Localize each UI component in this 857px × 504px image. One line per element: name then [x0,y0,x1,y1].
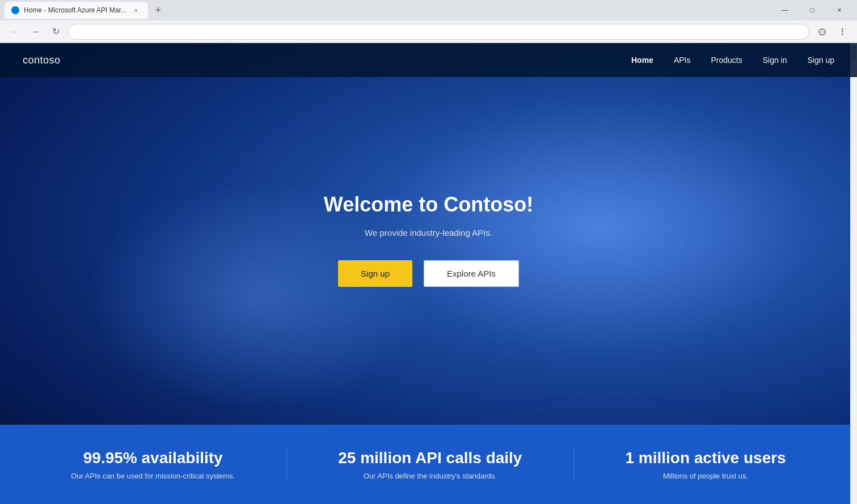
forward-button[interactable]: → [27,24,43,40]
hero-subtitle: We provide industry-leading APIs. [365,228,492,238]
explore-apis-button[interactable]: Explore APIs [424,260,519,287]
tab-favicon [11,6,19,14]
menu-button[interactable]: ⋮ [834,24,850,40]
profile-button[interactable]: ⊙ [814,24,830,40]
nav-signup[interactable]: Sign up [808,56,834,65]
nav-products[interactable]: Products [711,56,742,65]
hero-title: Welcome to Contoso! [324,193,533,217]
webpage: contoso Home APIs Products Sign in Sign … [0,43,857,504]
minimize-button[interactable]: — [772,1,798,19]
hero-section: Welcome to Contoso! We provide industry-… [0,43,857,504]
title-bar: Home - Microsoft Azure API Mar... × + — … [0,0,857,20]
tab-title: Home - Microsoft Azure API Mar... [24,6,126,14]
nav-home[interactable]: Home [631,56,653,65]
back-button[interactable]: ← [7,24,23,40]
site-logo[interactable]: contoso [23,54,61,66]
hero-buttons: Sign up Explore APIs [338,260,519,287]
address-bar[interactable] [68,24,809,40]
close-button[interactable]: × [826,1,852,19]
maximize-button[interactable]: □ [799,1,825,19]
nav-signin[interactable]: Sign in [763,56,787,65]
window-controls: — □ × [772,1,852,19]
signup-button[interactable]: Sign up [338,260,412,287]
nav-apis[interactable]: APIs [674,56,691,65]
browser-chrome: Home - Microsoft Azure API Mar... × + — … [0,0,857,43]
title-bar-left: Home - Microsoft Azure API Mar... × + [5,2,166,19]
new-tab-button[interactable]: + [150,2,166,18]
site-navigation: contoso Home APIs Products Sign in Sign … [0,43,857,77]
hero-content: Welcome to Contoso! We provide industry-… [0,43,857,504]
refresh-button[interactable]: ↻ [48,24,64,40]
browser-toolbar: ← → ↻ ⊙ ⋮ [0,20,857,43]
browser-tab[interactable]: Home - Microsoft Azure API Mar... × [5,2,148,19]
tab-close-button[interactable]: × [131,5,141,15]
nav-links: Home APIs Products Sign in Sign up [631,56,834,65]
